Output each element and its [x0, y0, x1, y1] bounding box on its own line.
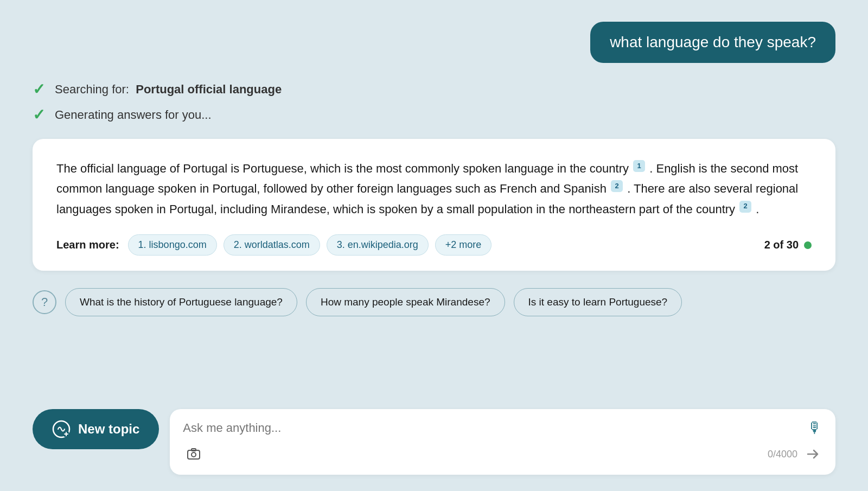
result-count-badge: 2 of 30: [764, 239, 812, 251]
suggestion-chip-0[interactable]: What is the history of Portuguese langua…: [65, 288, 297, 316]
input-area: 🎙 0/4000: [170, 409, 835, 475]
citation-3[interactable]: 2: [739, 201, 751, 213]
status-search-text: Searching for: Portugal official languag…: [55, 82, 282, 97]
source-chip-2[interactable]: 2. worldatlas.com: [224, 234, 320, 256]
user-message-text: what language do they speak?: [610, 34, 816, 50]
suggestions-icon: ?: [33, 290, 56, 314]
learn-more-label: Learn more:: [56, 239, 119, 251]
input-footer: 0/4000: [183, 443, 822, 465]
answer-card: The official language of Portugal is Por…: [33, 139, 835, 271]
ask-input[interactable]: [183, 421, 801, 435]
new-topic-icon: [52, 420, 71, 438]
microphone-icon[interactable]: 🎙: [807, 419, 822, 437]
status-list: ✓ Searching for: Portugal official langu…: [33, 80, 835, 124]
learn-more-row: Learn more: 1. lisbongo.com 2. worldatla…: [56, 234, 812, 256]
status-search: ✓ Searching for: Portugal official langu…: [33, 80, 835, 98]
citation-1[interactable]: 1: [633, 160, 645, 172]
char-count: 0/4000: [768, 449, 797, 460]
source-chip-more[interactable]: +2 more: [435, 234, 492, 256]
camera-icon[interactable]: [183, 443, 205, 465]
input-row: 🎙: [183, 419, 822, 437]
answer-body: The official language of Portugal is Por…: [56, 158, 812, 219]
green-dot-icon: [804, 241, 812, 249]
suggestions-row: ? What is the history of Portuguese lang…: [33, 288, 835, 316]
bottom-bar: New topic 🎙 0/4000: [0, 409, 868, 491]
checkmark-generating-icon: ✓: [33, 106, 45, 124]
source-chip-3[interactable]: 3. en.wikipedia.org: [327, 234, 429, 256]
citation-2[interactable]: 2: [611, 180, 623, 192]
new-topic-button[interactable]: New topic: [33, 409, 159, 449]
user-message-row: what language do they speak?: [33, 22, 835, 63]
result-count-text: 2 of 30: [764, 239, 799, 251]
svg-rect-4: [188, 450, 200, 459]
suggestion-chip-2[interactable]: Is it easy to learn Portuguese?: [514, 288, 682, 316]
checkmark-search-icon: ✓: [33, 80, 45, 98]
user-bubble: what language do they speak?: [590, 22, 835, 63]
new-topic-label: New topic: [78, 422, 139, 437]
status-generating-text: Generating answers for you...: [55, 108, 212, 122]
suggestion-chip-1[interactable]: How many people speak Mirandese?: [306, 288, 505, 316]
source-chip-1[interactable]: 1. lisbongo.com: [128, 234, 217, 256]
send-button[interactable]: [803, 444, 822, 464]
status-generating: ✓ Generating answers for you...: [33, 106, 835, 124]
svg-point-5: [192, 452, 196, 457]
